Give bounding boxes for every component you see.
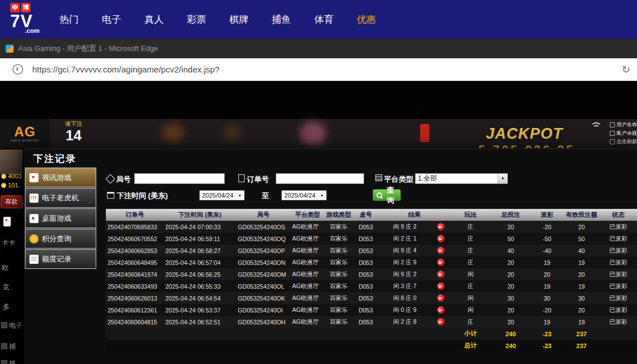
url-text[interactable]: https://gci.7vvvvvv.com/agingame/pcv2/in… [32, 65, 622, 74]
cell-table: D053 [353, 221, 379, 233]
cell-table: D053 [353, 245, 379, 256]
refresh-icon [610, 139, 615, 144]
replay-button[interactable]: ▶ [437, 223, 444, 230]
cell-platform: AG欧洲厅 [290, 268, 324, 280]
platform-select[interactable]: 1.全部 ▼ [415, 173, 508, 184]
cell-order: 250424070685833 [106, 221, 164, 233]
nav-item-fishing[interactable]: 捕鱼 [272, 13, 291, 26]
cell-valid: 19 [563, 280, 600, 292]
cell-order: 250424060670552 [106, 233, 164, 245]
date-to-value: 2025/04/24 [284, 192, 315, 199]
reload-icon[interactable]: ↻ [622, 63, 630, 76]
menu-slot-machines[interactable]: 电子老虎机 [25, 188, 96, 208]
panel-title: 下注记录 [33, 152, 76, 165]
cell-payout: -20 [531, 304, 563, 316]
cell-game: 百家乐 [324, 280, 353, 292]
cell-payout: 19 [531, 256, 563, 268]
header-result: 结果 [379, 209, 450, 221]
menu-credit-records[interactable]: 额度记录 [25, 249, 96, 269]
menu-table-games[interactable]: 桌面游戏 [25, 208, 96, 228]
cell-method: 庄 [450, 245, 491, 256]
bet-row: 2504240606334932025-04-24 06:55:33GD0532… [106, 280, 637, 292]
cell-status: 已派彩 [600, 221, 637, 233]
total-row: 总计 240 -23 237 [106, 340, 637, 352]
address-bar[interactable]: https://gci.7vvvvvv.com/agingame/pcv2/in… [0, 58, 637, 81]
nav-item-sports[interactable]: 体育 [314, 13, 334, 26]
cell-replay: ▶ [431, 245, 450, 256]
replay-button[interactable]: ▶ [437, 282, 444, 290]
replay-button[interactable]: ▶ [437, 318, 444, 326]
cell-game: 百家乐 [324, 221, 353, 233]
cell-bet: 20 [491, 268, 531, 280]
cell-replay: ▶ [431, 292, 450, 304]
header-order: 订单号 [106, 209, 164, 221]
nav-item-lottery[interactable]: 彩票 [187, 13, 206, 26]
cell-status: 已派彩 [600, 316, 637, 328]
bet-row: 2504240606705522025-04-24 06:59:11GD0532… [106, 233, 637, 245]
cell-order: 250424060633493 [106, 280, 164, 292]
replay-button[interactable]: ▶ [437, 271, 444, 278]
header-platform: 平台类型 [290, 209, 324, 221]
menu-points-query[interactable]: 积分查询 [25, 229, 96, 249]
replay-button[interactable]: ▶ [437, 259, 444, 266]
cell-replay: ▶ [431, 221, 450, 233]
nav-item-promo[interactable]: 优惠 [357, 13, 376, 26]
slot-icon [29, 194, 39, 203]
tab-favicon-icon [6, 45, 14, 53]
cell-payout: -40 [531, 245, 563, 256]
cell-status: 已派彩 [600, 304, 637, 316]
site-logo[interactable]: 申 博 7V .com [10, 3, 58, 37]
total-bet: 240 [491, 340, 531, 352]
cell-payout: -20 [531, 221, 563, 233]
cell-bet: 30 [491, 292, 531, 304]
cell-game: 百家乐 [324, 316, 353, 328]
cell-order: 250424060641974 [106, 268, 164, 280]
user-info-block: 用户名称 账户余额 点击刷新 [610, 121, 637, 146]
cell-round: GD053254240OI [236, 304, 290, 316]
total-spacer [106, 340, 450, 352]
cell-replay: ▶ [431, 280, 450, 292]
cell-status: 已派彩 [600, 233, 637, 245]
countdown-value: 14 [60, 128, 87, 143]
nav-item-slots[interactable]: 电子 [102, 13, 121, 26]
nav-item-chess[interactable]: 棋牌 [229, 13, 249, 26]
cell-time: 2025-04-24 06:53:37 [164, 304, 236, 316]
cell-bet: 40 [491, 245, 531, 256]
cell-result: 闲 9 庄 4 [379, 245, 431, 256]
cell-payout: 30 [531, 292, 563, 304]
date-from-dropdown[interactable]: 2025/04/24 ▼ [199, 190, 245, 200]
replay-button[interactable]: ▶ [437, 235, 444, 242]
replay-button[interactable]: ▶ [437, 247, 444, 254]
menu-video-games[interactable]: 视讯游戏 [25, 168, 96, 187]
cell-time: 2025-04-24 06:55:33 [164, 280, 236, 292]
total-label: 总计 [450, 340, 491, 352]
banner-blob [300, 121, 326, 146]
signal-icon [590, 122, 601, 130]
nav-item-live[interactable]: 真人 [144, 13, 164, 26]
total-valid: 237 [563, 340, 600, 352]
subtotal-payout: -23 [531, 328, 563, 340]
coin-icon [1, 183, 6, 188]
replay-button[interactable]: ▶ [437, 306, 444, 314]
order-input[interactable] [276, 173, 364, 184]
deposit-button[interactable]: 存款 [1, 195, 23, 208]
replay-button[interactable]: ▶ [437, 294, 444, 302]
bet-records-panel: 下注记录 视讯游戏 电子老虎机 桌面游戏 积分查询 [24, 148, 637, 364]
cell-bet: 20 [491, 316, 531, 328]
cell-status: 已派彩 [600, 280, 637, 292]
header-game: 游戏类型 [324, 209, 353, 221]
subtotal-label: 小计 [450, 328, 491, 340]
cell-table: D053 [353, 268, 379, 280]
balance-value: 101. [8, 182, 20, 189]
document-icon [29, 255, 39, 264]
balance-row: 101. [1, 182, 20, 189]
bet-time-label: 下注时间 (美东) [117, 191, 168, 201]
header-payout: 派彩 [531, 209, 563, 221]
date-from-value: 2025/04/24 [202, 192, 233, 199]
nav-item-hot[interactable]: 热门 [59, 13, 79, 26]
round-input[interactable] [134, 173, 225, 184]
cell-payout: 19 [531, 280, 563, 292]
date-to-dropdown[interactable]: 2025/04/24 ▼ [281, 190, 327, 200]
cell-game: 百家乐 [324, 304, 353, 316]
query-button[interactable]: 查询 [373, 189, 401, 201]
